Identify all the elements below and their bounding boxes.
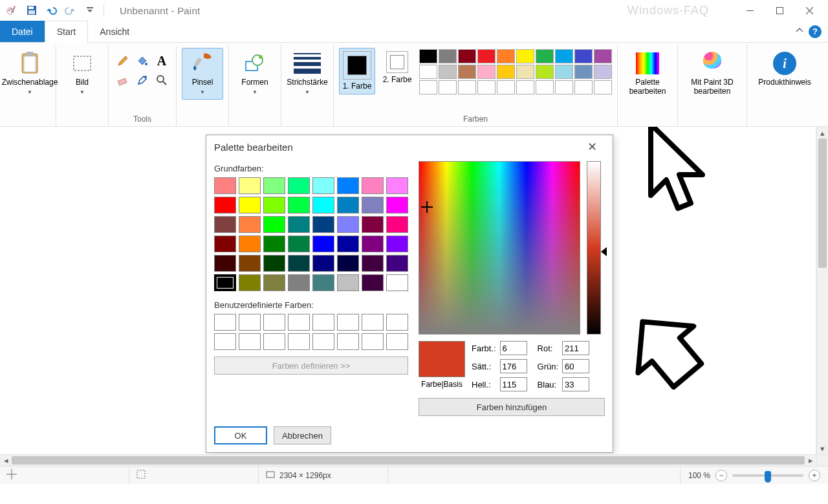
scroll-up-icon[interactable]: ▴ [817,127,828,138]
maximize-button[interactable] [765,0,794,21]
palette-swatch[interactable] [536,49,554,63]
palette-swatch[interactable] [439,80,457,94]
hue-input[interactable] [500,341,527,355]
palette-swatch[interactable] [419,49,437,63]
basic-color-swatch[interactable] [214,197,236,214]
eraser-tool[interactable] [114,71,132,89]
custom-color-slot[interactable] [263,333,285,350]
basic-color-swatch[interactable] [288,216,310,233]
scroll-down-icon[interactable]: ▾ [817,443,828,454]
brushes-button[interactable]: Pinsel▼ [182,48,223,100]
dialog-close-button[interactable]: ✕ [579,137,605,157]
blue-input[interactable] [562,377,589,391]
scroll-right-icon[interactable]: ▸ [805,455,816,466]
color-palette[interactable] [419,49,612,94]
basic-color-swatch[interactable] [312,255,334,272]
custom-color-slot[interactable] [362,333,384,350]
zoom-slider[interactable] [732,474,803,477]
palette-swatch[interactable] [594,65,612,79]
basic-color-swatch[interactable] [386,177,408,194]
basic-color-swatch[interactable] [288,177,310,194]
palette-swatch[interactable] [458,65,476,79]
zoom-knob[interactable] [765,471,771,483]
basic-color-swatch[interactable] [386,236,408,252]
basic-color-swatch[interactable] [288,274,310,291]
product-button[interactable]: i Produkthinweis [752,48,817,91]
edit-palette-button[interactable]: Palette bearbeiten [623,48,672,100]
basic-color-swatch[interactable] [239,255,261,272]
basic-color-swatch[interactable] [214,177,236,194]
palette-swatch[interactable] [439,49,457,63]
basic-color-swatch[interactable] [288,255,310,272]
palette-swatch[interactable] [555,80,573,94]
basic-color-swatch[interactable] [288,197,310,214]
palette-swatch[interactable] [439,65,457,79]
basic-color-swatch[interactable] [386,216,408,233]
basic-color-swatch[interactable] [263,197,285,214]
basic-color-swatch[interactable] [362,216,384,233]
custom-color-slot[interactable] [337,314,359,331]
tab-home[interactable]: Start [45,21,89,43]
basic-color-swatch[interactable] [312,197,334,214]
basic-color-swatch[interactable] [214,255,236,272]
custom-color-slot[interactable] [214,314,236,331]
palette-swatch[interactable] [458,80,476,94]
custom-color-slot[interactable] [386,314,408,331]
palette-swatch[interactable] [477,80,496,94]
undo-icon[interactable] [43,2,60,19]
basic-color-swatch[interactable] [362,197,384,214]
lum-input[interactable] [500,377,527,391]
basic-color-swatch[interactable] [263,274,285,291]
basic-color-swatch[interactable] [214,216,236,233]
palette-swatch[interactable] [516,80,534,94]
red-input[interactable] [562,341,589,355]
palette-swatch[interactable] [555,65,573,79]
text-tool[interactable]: A [153,52,171,70]
help-icon[interactable]: ? [809,25,822,38]
basic-color-swatch[interactable] [239,177,261,194]
palette-swatch[interactable] [497,49,515,63]
shapes-button[interactable]: Formen▼ [234,48,276,100]
horizontal-scrollbar[interactable]: ◂ ▸ [0,454,816,466]
basic-color-swatch[interactable] [337,236,359,252]
sat-input[interactable] [500,359,527,373]
add-color-button[interactable]: Farben hinzufügen [419,398,605,416]
custom-color-slot[interactable] [312,333,334,350]
basic-color-swatch[interactable] [312,177,334,194]
custom-color-slot[interactable] [288,314,310,331]
basic-color-swatch[interactable] [362,255,384,272]
image-select-button[interactable]: Bild▼ [61,48,103,100]
palette-swatch[interactable] [497,65,515,79]
custom-color-slot[interactable] [312,314,334,331]
basic-color-swatch[interactable] [312,274,334,291]
basic-color-swatch[interactable] [337,216,359,233]
basic-color-swatch[interactable] [312,236,334,252]
palette-swatch[interactable] [458,49,476,63]
basic-color-swatch[interactable] [386,255,408,272]
custom-color-slot[interactable] [263,314,285,331]
ok-button[interactable]: OK [214,426,267,444]
custom-color-slot[interactable] [386,333,408,350]
zoom-out-button[interactable]: − [715,470,727,481]
save-icon[interactable] [23,2,40,19]
clipboard-button[interactable]: Zwischenablage▼ [9,48,50,100]
basic-color-swatch[interactable] [239,216,261,233]
scroll-left-icon[interactable]: ◂ [0,455,12,466]
custom-color-slot[interactable] [362,314,384,331]
luminance-arrow-icon[interactable] [601,247,607,256]
palette-swatch[interactable] [536,65,554,79]
tab-view[interactable]: Ansicht [88,21,141,42]
palette-swatch[interactable] [419,65,437,79]
custom-colors-grid[interactable] [214,314,408,350]
custom-color-slot[interactable] [214,333,236,350]
canvas-area[interactable]: Palette bearbeiten ✕ Grundfarben: Benutz… [0,127,828,454]
basic-color-swatch[interactable] [239,274,261,291]
fill-tool[interactable] [133,52,151,70]
minimize-button[interactable] [735,0,765,21]
basic-colors-grid[interactable] [214,177,408,291]
palette-swatch[interactable] [574,80,593,94]
color2-button[interactable]: 2. Farbe [379,48,415,88]
palette-swatch[interactable] [516,65,534,79]
qat-customize-icon[interactable] [82,2,98,19]
palette-swatch[interactable] [516,49,534,63]
